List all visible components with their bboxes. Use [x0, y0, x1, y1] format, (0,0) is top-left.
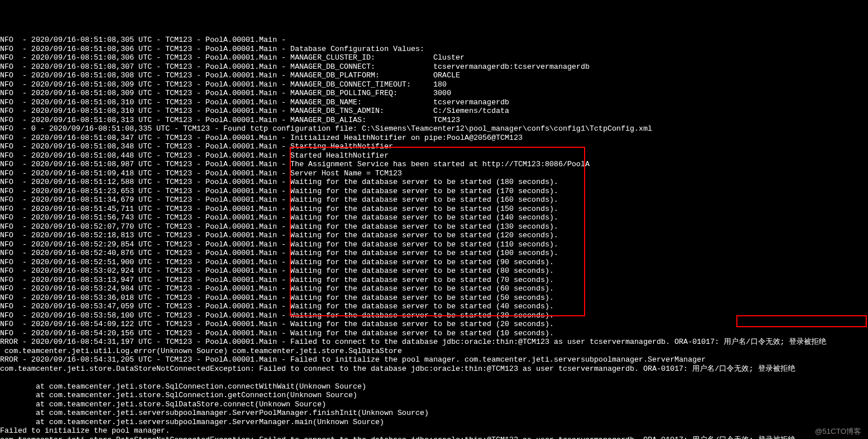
- log-line: NFO - 2020/09/16-08:52:29,854 UTC - TCM1…: [0, 240, 868, 249]
- log-line: NFO - 0 - 2020/09/16-08:51:08,335 UTC - …: [0, 124, 868, 134]
- log-line: com.teamcenter.jeti.store.DataStoreNotCo…: [0, 364, 868, 374]
- log-line: NFO - 2020/09/16-08:53:13,947 UTC - TCM1…: [0, 276, 868, 285]
- log-line: NFO - 2020/09/16-08:53:58,100 UTC - TCM1…: [0, 311, 868, 320]
- watermark-text: @51CTO博客: [815, 427, 861, 436]
- log-line: [0, 373, 868, 382]
- log-line: NFO - 2020/09/16-08:53:24,984 UTC - TCM1…: [0, 284, 868, 293]
- log-output: NFO - 2020/09/16-08:51:08,305 UTC - TCM1…: [0, 36, 868, 439]
- log-line: NFO - 2020/09/16-08:54:09,122 UTC - TCM1…: [0, 320, 868, 329]
- log-line: NFO - 2020/09/16-08:51:08,987 UTC - TCM1…: [0, 160, 868, 169]
- log-line: NFO - 2020/09/16-08:51:08,309 UTC - TCM1…: [0, 89, 868, 98]
- log-line: NFO - 2020/09/16-08:53:47,059 UTC - TCM1…: [0, 302, 868, 311]
- log-line: NFO - 2020/09/16-08:51:56,743 UTC - TCM1…: [0, 213, 868, 222]
- log-line: NFO - 2020/09/16-08:52:07,770 UTC - TCM1…: [0, 222, 868, 232]
- log-line: at com.teamcenter.jeti.serversubpoolmana…: [0, 409, 868, 418]
- log-line: NFO - 2020/09/16-08:51:08,347 UTC - TCM1…: [0, 134, 868, 143]
- log-line: RROR - 2020/09/16-08:54:31,205 UTC - TCM…: [0, 355, 868, 364]
- log-line: NFO - 2020/09/16-08:51:08,307 UTC - TCM1…: [0, 62, 868, 72]
- log-line: com.teamcenter.jeti.util.Log.error(Unkno…: [0, 347, 868, 356]
- log-line: NFO - 2020/09/16-08:51:08,348 UTC - TCM1…: [0, 142, 868, 151]
- log-line: NFO - 2020/09/16-08:51:08,305 UTC - TCM1…: [0, 36, 868, 45]
- log-line: NFO - 2020/09/16-08:51:45,711 UTC - TCM1…: [0, 205, 868, 214]
- log-line: Failed to initialize the pool manager.: [0, 426, 868, 436]
- log-line: NFO - 2020/09/16-08:52:18,813 UTC - TCM1…: [0, 231, 868, 240]
- log-line: NFO - 2020/09/16-08:51:08,310 UTC - TCM1…: [0, 98, 868, 107]
- log-line: NFO - 2020/09/16-08:51:08,310 UTC - TCM1…: [0, 107, 868, 116]
- log-line: NFO - 2020/09/16-08:52:40,876 UTC - TCM1…: [0, 249, 868, 258]
- log-line: NFO - 2020/09/16-08:51:08,448 UTC - TCM1…: [0, 151, 868, 160]
- log-line: at com.teamcenter.jeti.store.SqlConnecti…: [0, 382, 868, 391]
- log-line: NFO - 2020/09/16-08:51:23,653 UTC - TCM1…: [0, 187, 868, 196]
- log-line: NFO - 2020/09/16-08:51:34,679 UTC - TCM1…: [0, 195, 868, 205]
- log-line: NFO - 2020/09/16-08:54:20,156 UTC - TCM1…: [0, 329, 868, 338]
- log-line: at com.teamcenter.jeti.store.SqlDataStor…: [0, 400, 868, 409]
- log-line: NFO - 2020/09/16-08:51:08,306 UTC - TCM1…: [0, 45, 868, 54]
- log-line: com.teamcenter.jeti.store.DataStoreNotCo…: [0, 436, 868, 440]
- log-line: at com.teamcenter.jeti.store.SqlConnecti…: [0, 391, 868, 400]
- log-line: NFO - 2020/09/16-08:51:08,313 UTC - TCM1…: [0, 116, 868, 125]
- log-line: NFO - 2020/09/16-08:51:09,418 UTC - TCM1…: [0, 169, 868, 178]
- log-line: NFO - 2020/09/16-08:52:51,900 UTC - TCM1…: [0, 258, 868, 267]
- log-line: RROR - 2020/09/16-08:54:31,197 UTC - TCM…: [0, 338, 868, 347]
- log-line: at com.teamcenter.jeti.serversubpoolmana…: [0, 418, 868, 427]
- log-line: NFO - 2020/09/16-08:51:12,588 UTC - TCM1…: [0, 178, 868, 187]
- log-line: NFO - 2020/09/16-08:51:08,308 UTC - TCM1…: [0, 71, 868, 80]
- log-line: NFO - 2020/09/16-08:51:08,309 UTC - TCM1…: [0, 80, 868, 89]
- log-line: NFO - 2020/09/16-08:51:08,306 UTC - TCM1…: [0, 53, 868, 62]
- log-line: NFO - 2020/09/16-08:53:02,924 UTC - TCM1…: [0, 266, 868, 276]
- log-line: NFO - 2020/09/16-08:53:36,018 UTC - TCM1…: [0, 293, 868, 303]
